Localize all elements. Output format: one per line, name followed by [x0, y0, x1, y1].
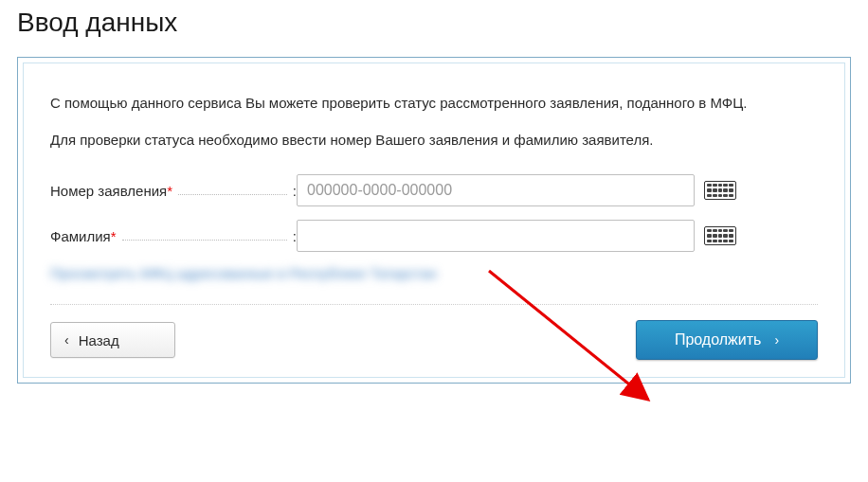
button-row: ‹ Назад Продолжить ›	[50, 320, 818, 360]
application-number-input[interactable]	[297, 174, 695, 206]
required-asterisk: *	[167, 183, 172, 199]
keyboard-icon[interactable]	[704, 226, 736, 245]
form-panel: С помощью данного сервиса Вы можете пров…	[17, 57, 851, 384]
intro-text: С помощью данного сервиса Вы можете пров…	[50, 92, 818, 115]
instruction-text: Для проверки статуса необходимо ввести н…	[50, 130, 818, 150]
colon: :	[293, 183, 297, 199]
page-title: Ввод данных	[0, 0, 868, 38]
continue-button[interactable]: Продолжить ›	[636, 320, 818, 360]
surname-input[interactable]	[297, 220, 695, 252]
back-button-label: Назад	[79, 332, 119, 348]
colon: :	[293, 228, 297, 244]
blurred-link: Просмотреть МФЦ адресованные в Республик…	[50, 265, 818, 281]
continue-button-label: Продолжить	[675, 331, 761, 348]
row-surname: Фамилия* :	[50, 220, 818, 252]
divider	[50, 304, 818, 305]
keyboard-icon[interactable]	[704, 181, 736, 200]
back-button[interactable]: ‹ Назад	[50, 322, 175, 358]
dotted-leader	[178, 194, 287, 195]
label-application-number: Номер заявления* :	[50, 183, 297, 199]
dotted-leader	[122, 240, 287, 241]
form-panel-inner: С помощью данного сервиса Вы можете пров…	[23, 62, 845, 378]
chevron-right-icon: ›	[774, 332, 779, 348]
chevron-left-icon: ‹	[64, 332, 69, 348]
label-surname: Фамилия* :	[50, 228, 297, 244]
required-asterisk: *	[111, 228, 117, 244]
row-application-number: Номер заявления* :	[50, 174, 818, 206]
label-text: Фамилия	[50, 228, 111, 244]
label-text: Номер заявления	[50, 183, 167, 199]
